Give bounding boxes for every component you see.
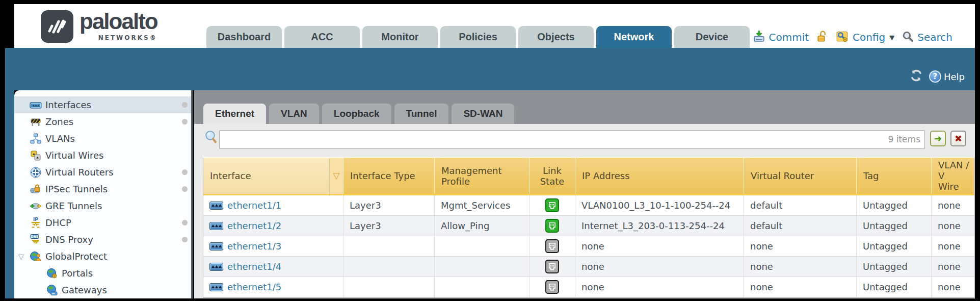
sidebar-item-label: Virtual Routers [45,167,114,178]
interface-link[interactable]: ethernet1/5 [227,282,281,292]
table-row[interactable]: ethernet1/2 Layer3 Allow_Ping Internet_L… [203,216,974,236]
ip-address-cell: VLAN0100_L3_10-1-100-254--24 [575,195,744,216]
tab-network[interactable]: Network [596,26,672,48]
search-button[interactable]: Search [902,30,952,45]
column-label: Wire [938,181,974,192]
svg-text:DNS: DNS [31,235,39,239]
clear-filter-button[interactable]: ✖ [950,131,966,146]
ethernet-interface-icon [209,283,223,291]
ipsec-tunnels-icon [30,183,42,195]
management-profile-cell [435,257,529,277]
secondary-bar: ? Help [5,48,975,90]
link-state-down-icon [545,239,559,253]
column-header-management[interactable]: ManagementProfile [435,158,529,194]
subtab-vlan[interactable]: VLAN [269,104,319,124]
tab-dashboard[interactable]: Dashboard [206,26,282,48]
subtab-ethernet[interactable]: Ethernet [203,104,266,124]
column-header-interface-type[interactable]: Interface Type [343,158,435,194]
vlan-wire-cell: none [932,236,974,257]
column-label: VLAN / V [938,160,974,181]
column-header-virtual-router[interactable]: Virtual Router [744,158,857,194]
interface-link[interactable]: ethernet1/1 [227,200,281,211]
interface-link[interactable]: ethernet1/2 [227,220,281,231]
interface-link[interactable]: ethernet1/4 [227,261,281,272]
commit-icon [752,30,766,45]
tab-objects[interactable]: Objects [518,26,594,48]
sidebar-item-virtual-wires[interactable]: Virtual Wires [14,147,191,164]
table-row[interactable]: ethernet1/1 Layer3 Mgmt_Services VLAN010… [203,195,974,216]
subtab-sd-wan[interactable]: SD-WAN [452,104,514,124]
sidebar-item-dns-proxy[interactable]: DNSDNS Proxy [14,231,191,248]
svg-text:IP: IP [33,217,38,222]
tab-acc[interactable]: ACC [284,26,360,48]
help-label: Help [944,71,965,82]
ip-address-cell: none [575,277,744,297]
link-state-cell [529,216,575,236]
sidebar-item-portals[interactable]: Portals [14,265,191,282]
table-row[interactable]: ethernet1/3 none none Untagged none [203,236,974,257]
subtab-tunnel[interactable]: Tunnel [394,104,449,124]
main-tab-bar: DashboardACCMonitorPoliciesObjectsNetwor… [206,26,750,48]
config-dropdown[interactable]: Config ▼ [836,30,894,45]
sidebar-item-zones[interactable]: Zones [14,113,191,130]
link-state-down-icon [545,280,559,294]
column-filter-button[interactable]: ▽ [329,158,343,194]
tab-device[interactable]: Device [674,26,750,48]
interface-cell: ethernet1/1 [203,195,343,216]
table-header: Interface▽Interface TypeManagementProfil… [203,158,974,195]
link-state-up-icon [545,219,559,233]
tag-cell: Untagged [857,236,932,257]
status-dot [182,119,188,124]
sidebar-item-gre-tunnels[interactable]: GRE Tunnels [14,197,191,214]
ip-address-cell: none [575,236,744,257]
table-row[interactable]: ethernet1/5 none none Untagged none [203,277,974,297]
content-area: EthernetVLANLoopbackTunnelSD-WAN 9 items… [194,90,975,298]
status-dot [182,237,188,242]
table-row[interactable]: ethernet1/4 none none Untagged none [203,257,974,277]
interface-link[interactable]: ethernet1/3 [227,241,281,252]
link-state-cell [529,257,575,277]
column-label: Link [543,165,562,176]
column-header-tag[interactable]: Tag [857,158,932,194]
sidebar-item-dhcp[interactable]: IPDHCP [14,214,191,231]
apply-filter-button[interactable]: ➜ [930,131,946,146]
help-button[interactable]: ? Help [929,70,965,83]
tab-monitor[interactable]: Monitor [362,26,438,48]
column-header-vlan-v[interactable]: VLAN / VWire [932,158,974,194]
portals-icon [46,267,58,280]
filter-input[interactable] [219,130,925,149]
management-profile-cell [435,277,529,297]
dhcp-icon: IP [30,217,42,229]
refresh-icon[interactable] [910,69,923,84]
column-header-link[interactable]: LinkState [529,158,575,194]
tab-policies[interactable]: Policies [440,26,516,48]
virtual-wires-icon [30,149,42,162]
interface-cell: ethernet1/4 [203,257,343,277]
app-window: paloalto NETWORKS® DashboardACCMonitorPo… [0,0,980,301]
tag-cell: Untagged [857,195,932,216]
column-header-interface[interactable]: Interface [203,158,329,194]
sidebar-item-virtual-routers[interactable]: Virtual Routers [14,164,191,181]
vlan-wire-cell: none [932,257,974,277]
unlock-icon[interactable] [816,30,829,45]
interface-type-cell [343,236,435,257]
search-label: Search [917,31,952,43]
commit-button[interactable]: Commit [752,30,809,45]
sidebar-item-label: Virtual Wires [45,150,103,161]
config-label: Config [853,31,885,43]
sidebar-item-ipsec-tunnels[interactable]: IPSec Tunnels [14,181,191,197]
sidebar-item-vlans[interactable]: VLANs [14,130,191,147]
sidebar-item-label: Zones [45,116,73,127]
sidebar-item-gateways[interactable]: Gateways [14,282,191,298]
help-icon: ? [929,70,941,83]
virtual-router-cell: none [744,277,857,297]
interface-type-cell: Layer3 [343,216,435,236]
column-header-ip-address[interactable]: IP Address [575,158,744,194]
expander-icon[interactable]: ▽ [18,253,24,261]
sidebar-item-interfaces[interactable]: Interfaces [14,96,191,113]
ethernet-panel: 9 items ➜ ✖ Interface▽Interface TypeMana… [194,124,975,298]
management-profile-cell: Mgmt_Services [435,195,529,216]
subtab-loopback[interactable]: Loopback [322,104,391,124]
sidebar-item-globalprotect[interactable]: ▽GlobalProtect [14,248,191,265]
interface-cell: ethernet1/3 [203,236,343,257]
